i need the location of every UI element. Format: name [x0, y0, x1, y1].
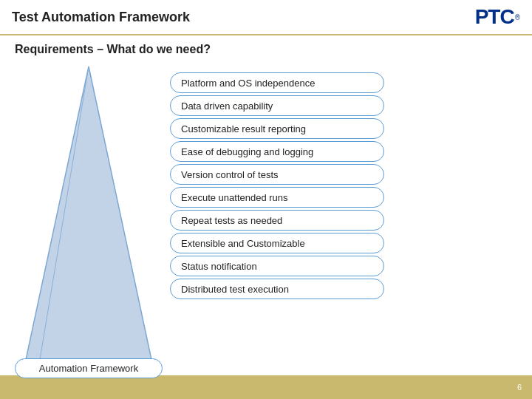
- list-item: Platform and OS independence: [170, 72, 384, 93]
- list-item: Data driven capability: [170, 95, 384, 116]
- automation-framework-label: Automation Framework: [39, 363, 138, 374]
- svg-marker-0: [22, 66, 155, 377]
- list-item: Execute unattended runs: [170, 187, 384, 208]
- automation-framework-box: Automation Framework: [15, 358, 163, 378]
- list-item: Extensible and Customizable: [170, 233, 384, 253]
- triangle-container: Automation Framework: [15, 59, 163, 384]
- list-item: Status notification: [170, 256, 384, 276]
- list-item: Repeat tests as needed: [170, 210, 384, 231]
- main-content: Automation Framework Platform and OS ind…: [0, 59, 532, 392]
- items-list: Platform and OS independenceData driven …: [170, 65, 517, 299]
- logo: PTC®: [475, 5, 520, 29]
- list-item: Distributed test execution: [170, 279, 384, 299]
- list-item: Version control of tests: [170, 164, 384, 185]
- logo-registered: ®: [515, 13, 520, 21]
- logo-text: PTC: [475, 5, 514, 29]
- header: Test Automation Framework PTC®: [0, 0, 532, 35]
- triangle-shape: [15, 59, 163, 384]
- bottom-bar: 6: [0, 375, 532, 399]
- list-item: Ease of debugging and logging: [170, 141, 384, 162]
- subheading: Requirements – What do we need?: [0, 35, 532, 59]
- page-number: 6: [517, 383, 522, 392]
- page-title: Test Automation Framework: [12, 10, 190, 25]
- list-item: Customizable result reporting: [170, 118, 384, 139]
